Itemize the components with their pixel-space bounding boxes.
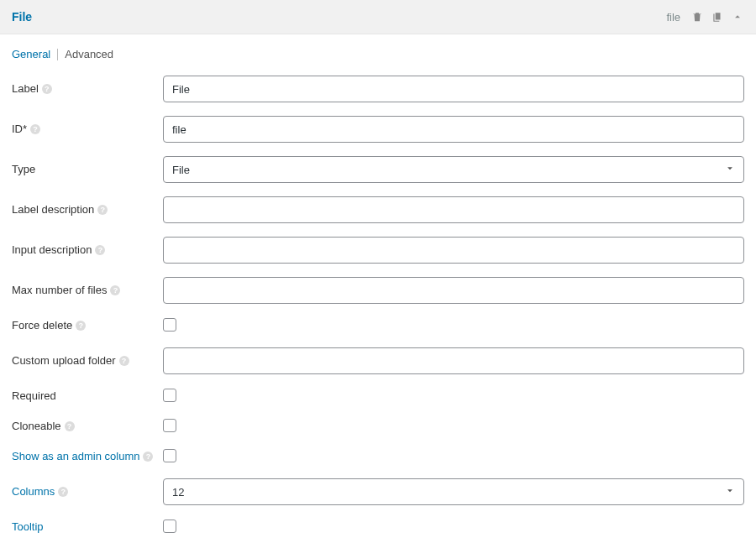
label-label: Label ? [12, 81, 163, 97]
control-tooltip [163, 519, 744, 535]
label-admin-column-text: Show as an admin column [12, 449, 139, 464]
label-required-text: Required [12, 389, 56, 404]
control-columns: 12 [163, 478, 744, 505]
force-delete-checkbox[interactable] [163, 318, 176, 332]
type-select-wrapper: File [163, 156, 744, 183]
help-icon[interactable]: ? [42, 84, 52, 94]
label-label-description-text: Label description [12, 202, 94, 217]
help-icon[interactable]: ? [76, 321, 86, 331]
row-columns: Columns ? 12 [12, 478, 744, 505]
label-tooltip-text: Tooltip [12, 520, 44, 535]
control-input-description [163, 237, 744, 264]
help-icon[interactable]: ? [110, 285, 120, 295]
label-label-description: Label description ? [12, 202, 163, 217]
label-input[interactable] [163, 76, 744, 102]
label-input-description: Input description ? [12, 243, 163, 258]
copy-icon[interactable] [711, 10, 724, 23]
row-custom-upload: Custom upload folder ? [12, 347, 744, 374]
panel-actions: file [666, 10, 744, 23]
label-tooltip[interactable]: Tooltip [12, 520, 163, 535]
max-files-input[interactable] [163, 277, 744, 304]
label-force-delete: Force delete ? [12, 318, 163, 333]
label-custom-upload-text: Custom upload folder [12, 353, 116, 368]
row-cloneable: Cloneable ? [12, 418, 744, 435]
panel-type-label: file [666, 11, 680, 23]
control-required [163, 388, 744, 405]
help-icon[interactable]: ? [97, 205, 108, 215]
columns-select-wrapper: 12 [163, 478, 744, 505]
row-force-delete: Force delete ? [12, 317, 744, 334]
row-label: Label ? [12, 76, 744, 102]
input-description-input[interactable] [163, 237, 744, 264]
row-input-description: Input description ? [12, 237, 744, 264]
type-select[interactable]: File [163, 156, 744, 183]
label-type-text: Type [12, 162, 35, 177]
panel-title: File [12, 10, 32, 23]
help-icon[interactable]: ? [143, 452, 153, 462]
control-label-description [163, 196, 744, 223]
control-force-delete [163, 317, 744, 334]
control-cloneable [163, 418, 744, 435]
row-type: Type File [12, 156, 744, 183]
tab-divider [57, 49, 58, 60]
control-type: File [163, 156, 744, 183]
row-admin-column: Show as an admin column ? [12, 448, 744, 465]
label-cloneable-text: Cloneable [12, 419, 61, 434]
label-max-files-text: Max number of files [12, 283, 107, 298]
label-input-description-text: Input description [12, 243, 92, 258]
control-admin-column [163, 448, 744, 465]
help-icon[interactable]: ? [65, 421, 75, 431]
help-icon[interactable]: ? [119, 356, 129, 366]
row-id: ID* ? [12, 116, 744, 143]
control-custom-upload [163, 347, 744, 374]
id-input[interactable] [163, 116, 744, 143]
label-type: Type [12, 162, 163, 177]
row-max-files: Max number of files ? [12, 277, 744, 304]
cloneable-checkbox[interactable] [163, 419, 176, 432]
row-required: Required [12, 388, 744, 405]
control-id [163, 116, 744, 143]
help-icon[interactable]: ? [30, 124, 40, 134]
columns-select[interactable]: 12 [163, 478, 744, 505]
label-cloneable: Cloneable ? [12, 419, 163, 434]
label-id-text: ID* [12, 122, 27, 137]
panel-header: File file [0, 0, 756, 34]
label-custom-upload: Custom upload folder ? [12, 353, 163, 368]
collapse-icon[interactable] [731, 10, 744, 23]
label-id: ID* ? [12, 122, 163, 137]
tooltip-checkbox[interactable] [163, 520, 176, 533]
label-max-files: Max number of files ? [12, 283, 163, 298]
control-max-files [163, 277, 744, 304]
trash-icon[interactable] [690, 10, 704, 23]
control-label [163, 76, 744, 102]
tab-general[interactable]: General [12, 48, 50, 60]
row-label-description: Label description ? [12, 196, 744, 223]
required-checkbox[interactable] [163, 389, 176, 402]
label-force-delete-text: Force delete [12, 318, 72, 333]
fields-panel: Label ? ID* ? Type File [0, 64, 756, 543]
custom-upload-input[interactable] [163, 347, 744, 374]
label-columns[interactable]: Columns ? [12, 484, 163, 499]
admin-column-checkbox[interactable] [163, 449, 176, 462]
label-admin-column[interactable]: Show as an admin column ? [12, 449, 163, 464]
tab-advanced[interactable]: Advanced [65, 48, 113, 60]
label-columns-text: Columns [12, 484, 55, 499]
label-label-text: Label [12, 81, 39, 97]
help-icon[interactable]: ? [95, 245, 105, 255]
label-description-input[interactable] [163, 196, 744, 223]
label-required: Required [12, 389, 163, 404]
row-tooltip: Tooltip [12, 519, 744, 535]
help-icon[interactable]: ? [58, 487, 68, 497]
tabs: General Advanced [0, 34, 756, 64]
